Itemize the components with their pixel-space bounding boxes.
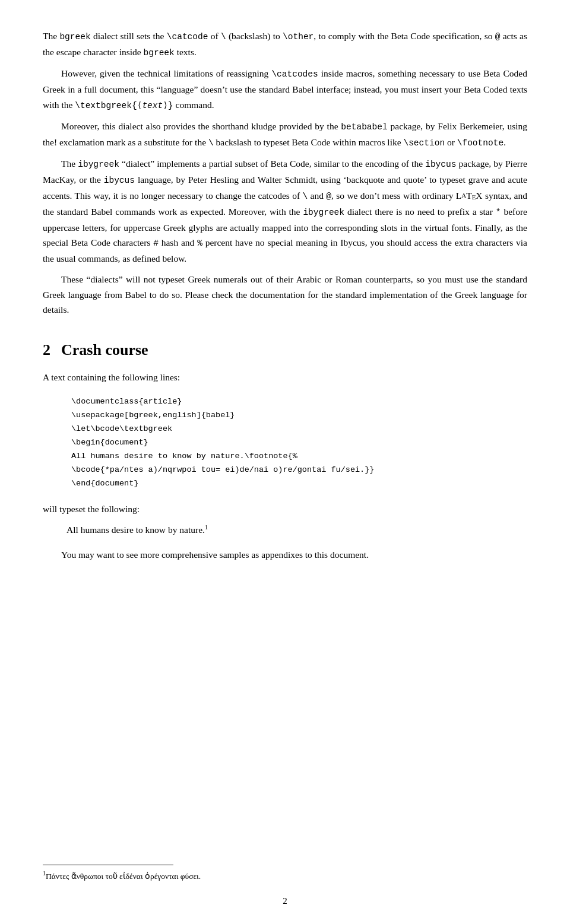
- paragraph-1: The bgreek dialect still sets the \catco…: [43, 28, 527, 61]
- section-title: Crash course: [61, 341, 148, 359]
- paragraph-5: These “dialects” will not typeset Greek …: [43, 272, 527, 317]
- code-line-6: \bcode{*pa/ntes a)/nqrwpoi tou= ei)de/na…: [71, 463, 527, 477]
- page-number: 2: [283, 896, 287, 906]
- betababel-pkg: betababel: [341, 122, 387, 132]
- sample-output: All humans desire to know by nature.1: [66, 522, 527, 538]
- sample-output-text: All humans desire to know by nature.: [66, 525, 205, 535]
- footnote-cmd: \footnote: [457, 138, 504, 148]
- body-text: The bgreek dialect still sets the \catco…: [43, 28, 527, 317]
- ibygreek-code-2: ibygreek: [303, 208, 344, 217]
- paragraph-3: Moreover, this dialect also provides the…: [43, 119, 527, 151]
- footnote-content: 1Πάντες ἄνθρωποι τοῦ εἰδέναι ὀρέγονται φ…: [43, 869, 527, 882]
- footnote-marker-sup: 1: [205, 524, 208, 531]
- textbgreek-cmd: \textbgreek{⟨text⟩}: [75, 101, 173, 110]
- paragraph-4: The ibygreek “dialect” implements a part…: [43, 156, 527, 266]
- catcode-cmd: \catcode: [167, 32, 208, 42]
- ibygreek-code: ibygreek: [78, 160, 119, 169]
- code-line-5: All humans desire to know by nature.\foo…: [71, 450, 527, 463]
- you-may-text: You may want to see more comprehensive s…: [61, 550, 369, 560]
- section-cmd: \section: [403, 138, 445, 148]
- paragraph-2: However, given the technical limitations…: [43, 66, 527, 113]
- bgreek-code: bgreek: [59, 32, 90, 42]
- code-line-7: \end{document}: [71, 477, 527, 491]
- section-heading-2: 2 Crash course: [43, 341, 527, 359]
- code-line-4: \begin{document}: [71, 436, 527, 450]
- ibycus-code-2: ibycus: [104, 176, 135, 185]
- page-number-area: 2: [0, 896, 570, 906]
- backslash-code: \: [221, 32, 226, 42]
- page: The bgreek dialect still sets the \catco…: [0, 0, 570, 924]
- footnote-greek-text: Πάντες ἄνθρωποι τοῦ εἰδέναι ὀρέγονται φύ…: [46, 872, 201, 881]
- will-typeset-text: will typeset the following:: [43, 501, 527, 517]
- other-cmd: \other: [283, 32, 314, 42]
- code-line-1: \documentclass{article}: [71, 395, 527, 409]
- footnote-area: 1Πάντες ἄνθρωποι τοῦ εἰδέναι ὀρέγονται φ…: [43, 853, 527, 882]
- code-block: \documentclass{article} \usepackage[bgre…: [71, 395, 527, 491]
- section-number: 2: [43, 341, 50, 359]
- intro-line: A text containing the following lines:: [43, 370, 527, 385]
- footnote-rule: [43, 865, 173, 865]
- at-sign: @: [495, 32, 501, 42]
- crash-course-body: A text containing the following lines: \…: [43, 370, 527, 563]
- code-line-2: \usepackage[bgreek,english]{babel}: [71, 409, 527, 423]
- catcodes-cmd: \catcodes: [271, 69, 318, 79]
- code-line-3: \let\bcode\textbgreek: [71, 423, 527, 436]
- bgreek-code-2: bgreek: [144, 48, 175, 58]
- you-may-paragraph: You may want to see more comprehensive s…: [43, 547, 527, 563]
- ibycus-code-1: ibycus: [425, 160, 456, 169]
